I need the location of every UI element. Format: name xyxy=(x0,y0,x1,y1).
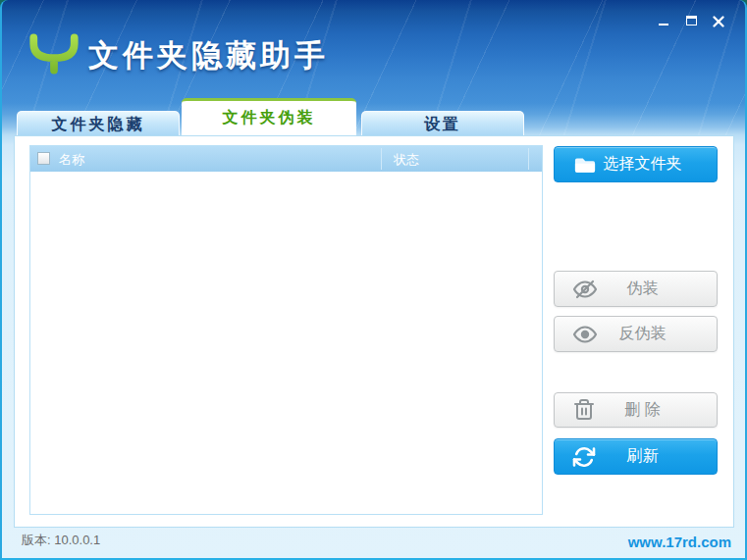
version-label: 版本: 10.0.0.1 xyxy=(22,532,100,549)
eye-off-icon xyxy=(572,278,598,301)
column-header-status: 状态 xyxy=(394,151,419,169)
tab-label: 文件夹隐藏 xyxy=(52,116,145,132)
folder-list-header: 名称 状态 xyxy=(30,146,542,172)
column-separator xyxy=(381,148,382,170)
app-title: 文件夹隐藏助手 xyxy=(88,35,329,76)
trash-icon xyxy=(572,398,596,422)
column-separator xyxy=(528,148,529,170)
refresh-icon xyxy=(572,445,596,469)
app-logo-icon xyxy=(26,29,82,80)
select-folder-button[interactable]: 选择文件夹 xyxy=(554,146,718,182)
maximize-icon xyxy=(686,16,697,25)
undisguise-button[interactable]: 反伪装 xyxy=(554,316,718,352)
app-window: 文件夹隐藏助手 文件夹隐藏 文件夹伪装 设置 名称 状态 xyxy=(0,0,747,560)
tab-folder-hide[interactable]: 文件夹隐藏 xyxy=(17,111,180,136)
delete-button[interactable]: 删 除 xyxy=(554,392,718,428)
disguise-button[interactable]: 伪装 xyxy=(554,271,718,307)
minimize-button[interactable] xyxy=(655,12,672,27)
window-controls xyxy=(655,12,727,27)
folder-list: 名称 状态 xyxy=(29,145,543,515)
eye-icon xyxy=(572,323,598,346)
tab-label: 设置 xyxy=(424,116,461,132)
tab-label: 文件夹伪装 xyxy=(223,109,316,126)
close-button[interactable] xyxy=(710,12,727,27)
main-panel: 名称 状态 选择文件夹 xyxy=(14,135,734,528)
maximize-button[interactable] xyxy=(682,12,700,27)
tab-folder-disguise[interactable]: 文件夹伪装 xyxy=(182,98,356,135)
close-icon xyxy=(713,16,724,27)
select-all-checkbox[interactable] xyxy=(37,152,50,165)
column-header-name: 名称 xyxy=(59,151,84,169)
tab-settings[interactable]: 设置 xyxy=(361,111,524,136)
website-link[interactable]: www.17rd.com xyxy=(628,534,731,550)
refresh-button[interactable]: 刷新 xyxy=(554,438,718,475)
minimize-icon xyxy=(659,24,668,25)
folder-icon xyxy=(572,154,598,176)
